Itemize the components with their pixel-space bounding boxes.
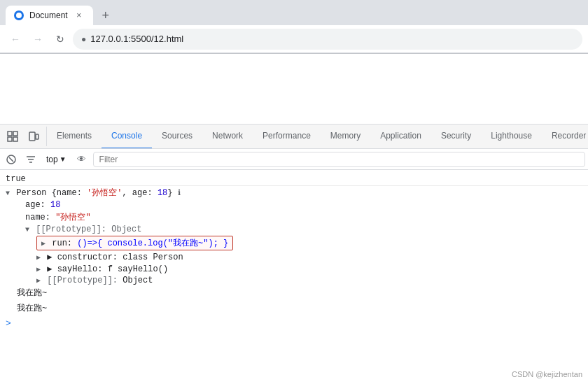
secure-icon: ● bbox=[81, 34, 86, 44]
devtools-panel: Elements Console Sources Network Perform… bbox=[0, 124, 588, 343]
filter-input[interactable] bbox=[93, 152, 585, 167]
tab-lighthouse[interactable]: Lighthouse bbox=[481, 125, 542, 149]
tab-close-button[interactable]: × bbox=[74, 10, 85, 21]
age-property-line: age: 18 bbox=[0, 199, 588, 211]
device-toolbar-icon[interactable] bbox=[24, 127, 43, 146]
expand-arrow-icon[interactable] bbox=[6, 190, 10, 197]
sayhello-line[interactable]: ▶ sayHello: f sayHello() bbox=[0, 263, 588, 275]
console-true-line: true bbox=[0, 173, 588, 186]
forward-button[interactable]: → bbox=[28, 29, 48, 49]
svg-point-0 bbox=[16, 13, 22, 18]
clear-console-button[interactable] bbox=[3, 151, 20, 168]
tab-favicon bbox=[14, 10, 24, 20]
person-class-label: Person {name: bbox=[16, 188, 87, 198]
tab-recorder[interactable]: Recorder » bbox=[542, 125, 588, 149]
new-tab-button[interactable]: + bbox=[96, 6, 115, 25]
page-content bbox=[0, 54, 588, 124]
watermark: CSDN @kejizhentan bbox=[512, 370, 582, 378]
devtools-icon-bar bbox=[0, 127, 47, 146]
tab-elements[interactable]: Elements bbox=[47, 125, 102, 149]
svg-rect-6 bbox=[36, 134, 38, 139]
console-prompt[interactable]: > bbox=[0, 317, 588, 330]
eye-icon[interactable]: 👁 bbox=[74, 151, 90, 168]
svg-rect-2 bbox=[8, 137, 12, 141]
constructor-expand-icon[interactable] bbox=[36, 253, 41, 262]
console-toolbar: top ▼ 👁 bbox=[0, 149, 588, 170]
run-output-1: 我在跑~ bbox=[0, 286, 588, 301]
url-bar[interactable]: ● 127.0.0.1:5500/12.html bbox=[73, 29, 582, 50]
prototype-line[interactable]: [[Prototype]]: Object bbox=[0, 224, 588, 235]
tab-bar: Document × + bbox=[0, 0, 588, 25]
tab-console[interactable]: Console bbox=[102, 125, 152, 149]
svg-rect-4 bbox=[13, 137, 18, 141]
svg-rect-5 bbox=[29, 132, 35, 141]
prototype2-line[interactable]: [[Prototype]]: Object bbox=[0, 275, 588, 286]
svg-rect-1 bbox=[8, 131, 12, 136]
devtools-tabs: Elements Console Sources Network Perform… bbox=[0, 125, 588, 149]
person-object-line[interactable]: Person {name: '孙悟空', age: 18} ℹ bbox=[0, 186, 588, 199]
tab-application[interactable]: Application bbox=[370, 125, 431, 149]
run-property-line[interactable]: run: ()=>{ console.log("我在跑~"); } bbox=[36, 236, 233, 250]
browser-chrome: Document × + ← → ↻ ● 127.0.0.1:5500/12.h… bbox=[0, 0, 588, 54]
constructor-line[interactable]: ▶ constructor: class Person bbox=[0, 251, 588, 263]
active-tab[interactable]: Document × bbox=[6, 6, 93, 25]
tab-title: Document bbox=[29, 10, 68, 20]
name-property-line: name: "孙悟空" bbox=[0, 211, 588, 224]
proto2-expand-icon[interactable] bbox=[36, 276, 41, 285]
sayhello-expand-icon[interactable] bbox=[36, 265, 41, 273]
tab-security[interactable]: Security bbox=[431, 125, 481, 149]
address-bar: ← → ↻ ● 127.0.0.1:5500/12.html bbox=[0, 25, 588, 53]
svg-rect-3 bbox=[13, 131, 18, 136]
run-expand-icon[interactable] bbox=[41, 239, 46, 248]
context-selector[interactable]: top ▼ bbox=[42, 153, 71, 166]
tab-network[interactable]: Network bbox=[202, 125, 253, 149]
svg-line-8 bbox=[9, 157, 13, 162]
tab-memory[interactable]: Memory bbox=[321, 125, 370, 149]
url-text: 127.0.0.1:5500/12.html bbox=[90, 34, 183, 44]
chevron-down-icon: ▼ bbox=[59, 155, 66, 163]
back-button[interactable]: ← bbox=[6, 29, 25, 49]
reload-button[interactable]: ↻ bbox=[50, 29, 70, 49]
run-property-container: run: ()=>{ console.log("我在跑~"); } bbox=[0, 236, 588, 250]
run-output-2: 我在跑~ bbox=[0, 301, 588, 317]
inspect-element-icon[interactable] bbox=[3, 127, 22, 146]
console-output: true Person {name: '孙悟空', age: 18} ℹ age… bbox=[0, 170, 588, 343]
filter-toggle-button[interactable] bbox=[22, 151, 39, 168]
tab-sources[interactable]: Sources bbox=[152, 125, 202, 149]
tab-performance[interactable]: Performance bbox=[253, 125, 321, 149]
prototype-label: [[Prototype]]: Object bbox=[36, 225, 141, 234]
prototype-expand-icon[interactable] bbox=[25, 226, 29, 234]
